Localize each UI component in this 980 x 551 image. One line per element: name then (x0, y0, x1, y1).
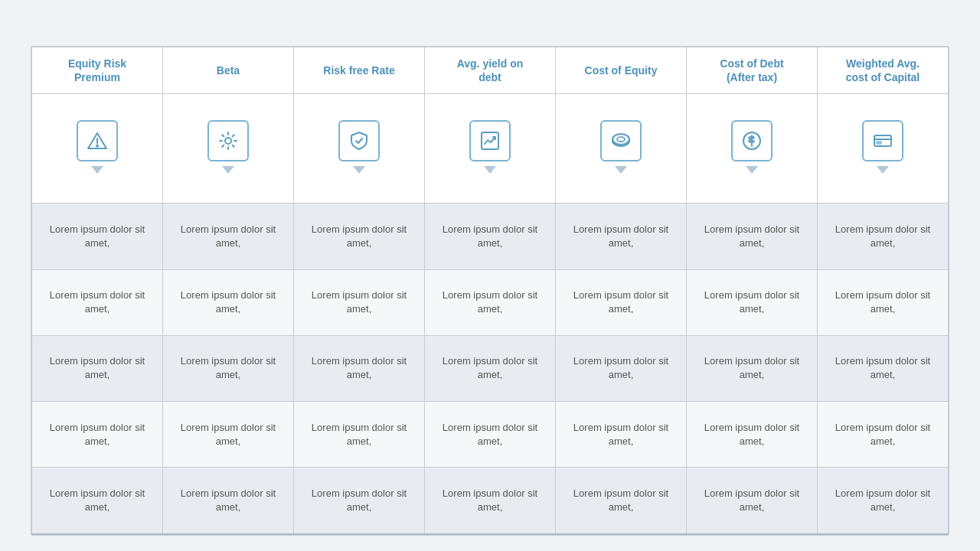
icon-circle-col4 (469, 120, 511, 161)
table-row: Lorem ipsum dolor sit amet,Lorem ipsum d… (32, 204, 949, 269)
table-row: Lorem ipsum dolor sit amet,Lorem ipsum d… (32, 269, 949, 335)
icon-cell-col6 (687, 94, 818, 204)
arrow-down-col5 (615, 166, 627, 174)
icon-box-col3 (338, 120, 380, 174)
table-cell: Lorem ipsum dolor sit amet, (687, 335, 818, 401)
table-cell: Lorem ipsum dolor sit amet, (32, 468, 163, 534)
icon-circle-col2 (207, 120, 249, 161)
header-col5: Cost of Equity (556, 47, 687, 94)
table-cell: Lorem ipsum dolor sit amet, (818, 468, 949, 534)
table-cell: Lorem ipsum dolor sit amet, (556, 204, 687, 269)
icon-box-col4 (469, 120, 511, 174)
card-icon (872, 130, 893, 152)
arrow-down-col2 (222, 166, 234, 174)
table-cell: Lorem ipsum dolor sit amet, (163, 335, 294, 401)
table-cell: Lorem ipsum dolor sit amet, (425, 468, 556, 534)
icon-circle-col5 (600, 120, 642, 161)
icon-cell-col4 (425, 94, 556, 204)
table-cell: Lorem ipsum dolor sit amet, (294, 204, 425, 269)
arrow-down-col6 (746, 166, 758, 174)
money-icon (610, 130, 632, 152)
icon-circle-col6 (731, 120, 773, 161)
table-cell: Lorem ipsum dolor sit amet, (425, 204, 556, 269)
table-cell: Lorem ipsum dolor sit amet, (32, 402, 163, 468)
icon-circle-col3 (338, 120, 380, 161)
table-row: Lorem ipsum dolor sit amet,Lorem ipsum d… (32, 335, 949, 401)
header-col7: Weighted Avg.cost of Capital (818, 47, 949, 94)
table-cell: Lorem ipsum dolor sit amet, (294, 269, 425, 335)
header-col2: Beta (163, 47, 294, 94)
table-cell: Lorem ipsum dolor sit amet, (294, 468, 425, 534)
table-cell: Lorem ipsum dolor sit amet, (687, 402, 818, 468)
main-table: Equity RiskPremiumBetaRisk free RateAvg.… (31, 47, 949, 535)
header-col1: Equity RiskPremium (32, 47, 163, 94)
table-cell: Lorem ipsum dolor sit amet, (818, 335, 949, 401)
table-cell: Lorem ipsum dolor sit amet, (32, 335, 163, 401)
gear-icon (217, 130, 239, 152)
slide: Equity RiskPremiumBetaRisk free RateAvg.… (0, 0, 980, 551)
icon-cell-col2 (163, 94, 294, 204)
table-row: Lorem ipsum dolor sit amet,Lorem ipsum d… (32, 468, 949, 534)
table-cell: Lorem ipsum dolor sit amet, (818, 204, 949, 269)
table-wrapper: Equity RiskPremiumBetaRisk free RateAvg.… (31, 46, 949, 536)
table-cell: Lorem ipsum dolor sit amet, (294, 402, 425, 468)
table-cell: Lorem ipsum dolor sit amet, (687, 269, 818, 335)
header-col6: Cost of Debt(After tax) (687, 47, 818, 94)
table-cell: Lorem ipsum dolor sit amet, (687, 468, 818, 534)
table-cell: Lorem ipsum dolor sit amet, (32, 204, 163, 269)
icon-cell-col1 (32, 94, 163, 204)
icon-circle-col7 (862, 120, 903, 161)
table-cell: Lorem ipsum dolor sit amet, (425, 335, 556, 401)
icon-box-col6 (731, 120, 773, 174)
icon-box-col1 (77, 120, 118, 174)
shield-icon (348, 130, 370, 152)
table-cell: Lorem ipsum dolor sit amet, (163, 468, 294, 534)
chart-icon (479, 130, 501, 152)
table-cell: Lorem ipsum dolor sit amet, (556, 269, 687, 335)
warning-icon (87, 130, 108, 152)
table-cell: Lorem ipsum dolor sit amet, (163, 204, 294, 269)
table-cell: Lorem ipsum dolor sit amet, (556, 402, 687, 468)
icon-circle-col1 (77, 120, 118, 161)
table-row: Lorem ipsum dolor sit amet,Lorem ipsum d… (32, 402, 949, 468)
table-cell: Lorem ipsum dolor sit amet, (556, 335, 687, 401)
table-cell: Lorem ipsum dolor sit amet, (818, 402, 949, 468)
dollar-icon (741, 130, 763, 152)
table-cell: Lorem ipsum dolor sit amet, (163, 269, 294, 335)
table-cell: Lorem ipsum dolor sit amet, (425, 269, 556, 335)
icon-cell-col3 (294, 94, 425, 204)
icon-cell-col7 (818, 94, 949, 204)
icon-box-col5 (600, 120, 642, 174)
table-cell: Lorem ipsum dolor sit amet, (32, 269, 163, 335)
table-cell: Lorem ipsum dolor sit amet, (818, 269, 949, 335)
table-cell: Lorem ipsum dolor sit amet, (163, 402, 294, 468)
icon-box-col2 (207, 120, 249, 174)
table-cell: Lorem ipsum dolor sit amet, (556, 468, 687, 534)
table-cell: Lorem ipsum dolor sit amet, (687, 204, 818, 269)
header-col3: Risk free Rate (294, 47, 425, 94)
table-cell: Lorem ipsum dolor sit amet, (425, 402, 556, 468)
icon-cell-col5 (556, 94, 687, 204)
table-cell: Lorem ipsum dolor sit amet, (294, 335, 425, 401)
arrow-down-col4 (484, 166, 496, 174)
arrow-down-col3 (353, 166, 365, 174)
arrow-down-col1 (91, 166, 103, 174)
icon-box-col7 (862, 120, 903, 174)
arrow-down-col7 (877, 166, 889, 174)
header-col4: Avg. yield ondebt (425, 47, 556, 94)
